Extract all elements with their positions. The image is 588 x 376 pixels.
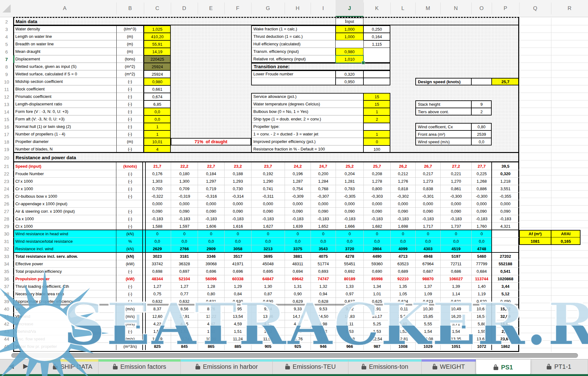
table-value-r22-cI[interactable]: 0,200 [311, 170, 336, 177]
option-value-4[interactable] [363, 123, 390, 130]
table-value-r42-cH[interactable]: 4,84 [285, 320, 311, 328]
table-value-r39-cD[interactable]: 0,632 [171, 297, 198, 305]
table-value-r32-cM[interactable]: 4303 [415, 245, 440, 252]
select-all-corner-icon[interactable] [3, 4, 11, 13]
table-value-r44-cF[interactable]: 11,24 [224, 335, 251, 343]
table-value-r42-cK[interactable]: 5,25 [363, 320, 390, 328]
table-label-row32[interactable]: Resistance incl. wind [13, 245, 116, 252]
table-value-r30-cG[interactable]: 0 [251, 230, 285, 237]
table-value-r41-cD[interactable]: 12,91 [171, 312, 198, 320]
table-value-r27-cF[interactable]: 0,090 [224, 207, 251, 215]
efficiency-label-0[interactable]: Wake fraction (1 = calc.) [251, 25, 336, 33]
row-header-3[interactable]: 3 [0, 25, 13, 33]
table-label-row29[interactable]: Ct x 1000 [13, 222, 116, 230]
row-header-15[interactable]: 15 [0, 115, 13, 123]
param-label-row15[interactable]: Form aft (V: -3, N: 0, U: +3) [13, 115, 116, 123]
table-value-r21-cC[interactable]: 21,7 [144, 162, 171, 170]
table-value-r42-cN[interactable]: 5,71 [440, 320, 471, 328]
table-value-r27-cC[interactable]: 0,090 [144, 207, 171, 215]
param-value-row6[interactable]: 14,19 [144, 48, 171, 55]
row-header-38[interactable]: 38 [0, 290, 13, 297]
table-value-r44-cN[interactable]: 13,35 [440, 335, 471, 343]
table-value-r34-cL[interactable]: 63523 [390, 260, 415, 267]
param-label-row19[interactable]: Number of blades, N [13, 145, 116, 153]
table-value-r40-cK[interactable]: 9,91 [363, 305, 390, 312]
table-value-r38-cD[interactable]: 0,77 [171, 290, 198, 297]
design-speed-spacer[interactable] [471, 78, 492, 85]
table-value-r40-cD[interactable]: 8,56 [171, 305, 198, 312]
table-value-r43-cI[interactable]: 1,52 [311, 328, 336, 335]
table-value-r40-cM[interactable]: 10,30 [415, 305, 440, 312]
table-value-r39-cI[interactable]: 0,628 [311, 297, 336, 305]
table-value-r32-cI[interactable]: 3543 [311, 245, 336, 252]
table-value-r26-cM[interactable]: 0,000 [415, 200, 440, 207]
table-value-r38-cC[interactable]: 0,75 [144, 290, 171, 297]
table-value-r41-cI[interactable]: 14,50 [311, 312, 336, 320]
table-total-row33[interactable]: 27202 [492, 252, 519, 260]
table-value-r23-cC[interactable]: 1,303 [144, 177, 171, 185]
tab-pt1-1[interactable]: PT1-1 [530, 359, 588, 374]
efficiency-input-0[interactable]: 1,000 [336, 25, 363, 33]
table-unit-row29[interactable]: (-) [116, 222, 144, 230]
table-value-r27-cE[interactable]: 0,090 [198, 207, 224, 215]
table-total-row25[interactable]: -0,355 [492, 192, 519, 200]
table-value-r41-cN[interactable]: 16,20 [440, 312, 471, 320]
table-value-r27-cL[interactable]: 0,090 [390, 207, 415, 215]
table-value-r43-cK[interactable]: 1,53 [363, 328, 390, 335]
table-value-r25-cD[interactable]: -0,319 [171, 192, 198, 200]
param-value-row16[interactable]: 1 [144, 123, 171, 130]
table-value-r34-cO[interactable]: 77799 [471, 260, 492, 267]
param-unit-row10[interactable]: (-) [116, 78, 144, 85]
table-value-r38-cN[interactable]: 1,14 [440, 290, 471, 297]
table-value-r28-cH[interactable]: -0,183 [285, 215, 311, 222]
table-value-r45-cL[interactable]: 1008 [390, 343, 415, 350]
row-header-42[interactable]: 42 [0, 320, 13, 328]
table-value-r33-cH[interactable]: 3881 [285, 252, 311, 260]
option-label-1[interactable]: Water temperature (degrees Celcius) [251, 100, 363, 108]
wind-coefficient-value[interactable]: 0,80 [471, 123, 492, 130]
table-value-r32-cG[interactable]: 3213 [251, 245, 285, 252]
wind-speed-label[interactable]: Wind speed (m/s) [415, 138, 471, 145]
table-value-r32-cE[interactable]: 2909 [198, 245, 224, 252]
table-value-r34-cM[interactable]: 67964 [415, 260, 440, 267]
table-value-r30-cF[interactable]: 0 [224, 230, 251, 237]
table-value-r25-cE[interactable]: -0,316 [198, 192, 224, 200]
table-total-row36[interactable]: 1020868 [492, 275, 519, 282]
table-value-r31-cO[interactable]: 0,0 [471, 237, 492, 245]
param-value-row5[interactable]: 55,91 [144, 40, 171, 48]
table-value-r38-cO[interactable]: 1,19 [471, 290, 492, 297]
column-header-F[interactable]: F [224, 0, 251, 17]
table-value-r32-cD[interactable]: 2766 [171, 245, 198, 252]
table-label-row23[interactable]: Cf x 1000 [13, 177, 116, 185]
efficiency-input-1[interactable]: 1,000 [336, 33, 363, 40]
table-label-row21[interactable]: Speed (input) [13, 162, 116, 170]
table-value-r44-cI[interactable]: 12,02 [311, 335, 336, 343]
table-value-r31-cK[interactable]: 0,0 [363, 237, 390, 245]
table-value-r28-cN[interactable]: -0,183 [440, 215, 471, 222]
param-unit-row7[interactable]: (tons) [116, 55, 144, 63]
param-value-row15[interactable]: 0,0 [144, 115, 171, 123]
table-unit-row21[interactable]: (knots) [116, 162, 144, 170]
table-value-r35-cM[interactable]: 0,687 [415, 267, 440, 275]
table-value-r42-cC[interactable]: 4,23 [144, 320, 171, 328]
tab-weight[interactable]: WEIGHT [422, 359, 476, 374]
table-value-r28-cO[interactable]: -0,183 [471, 215, 492, 222]
row-header-25[interactable]: 25 [0, 192, 13, 200]
table-value-r22-cO[interactable]: 0,225 [471, 170, 492, 177]
table-value-r22-cL[interactable]: 0,212 [390, 170, 415, 177]
table-value-r28-cI[interactable]: -0,183 [311, 215, 336, 222]
table-unit-row38[interactable]: (-) [116, 290, 144, 297]
table-value-r25-cC[interactable]: -0,322 [144, 192, 171, 200]
froude-cell-empty[interactable] [363, 70, 390, 78]
table-value-r45-cG[interactable]: 905 [251, 343, 285, 350]
table-value-r35-cI[interactable]: 0,693 [311, 267, 336, 275]
table-value-r36-cL[interactable]: 92210 [390, 275, 415, 282]
table-value-r24-cJ[interactable]: 0,783 [336, 185, 363, 192]
option-value-7[interactable]: 100 [363, 145, 390, 153]
table-value-r25-cL[interactable]: -0,302 [390, 192, 415, 200]
table-value-r41-cK[interactable]: 15,17 [363, 312, 390, 320]
column-header-K[interactable]: K [363, 0, 390, 17]
efficiency-calc-2[interactable]: 1,115 [363, 40, 390, 48]
table-value-r27-cD[interactable]: 0,090 [171, 207, 198, 215]
table-value-r24-cC[interactable]: 0,700 [144, 185, 171, 192]
